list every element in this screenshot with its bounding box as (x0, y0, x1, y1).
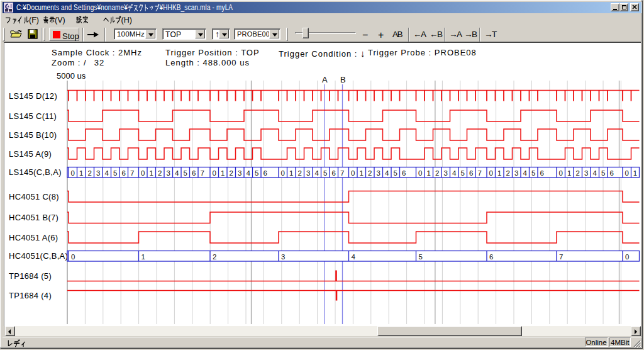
svg-text:5: 5 (184, 169, 187, 177)
svg-text:2: 2 (158, 169, 162, 177)
svg-text:1: 1 (289, 169, 293, 177)
svg-text:2: 2 (435, 169, 439, 177)
svg-text:4: 4 (247, 169, 251, 177)
svg-text:6: 6 (610, 169, 614, 177)
svg-text:4: 4 (593, 169, 597, 177)
svg-text:1: 1 (360, 169, 364, 177)
svg-text:4: 4 (105, 169, 109, 177)
svg-text:5: 5 (461, 169, 465, 177)
svg-text:4: 4 (385, 169, 389, 177)
svg-text:5: 5 (531, 169, 535, 177)
svg-text:3: 3 (514, 169, 518, 177)
svg-text:5: 5 (113, 169, 117, 177)
svg-text:2: 2 (576, 169, 580, 177)
svg-text:1: 1 (427, 169, 431, 177)
svg-text:0: 0 (71, 169, 75, 177)
svg-text:3: 3 (281, 253, 285, 261)
svg-text:4: 4 (315, 169, 319, 177)
svg-text:0: 0 (141, 169, 145, 177)
svg-text:5: 5 (255, 169, 258, 177)
svg-text:3: 3 (96, 169, 100, 177)
svg-text:1: 1 (79, 169, 83, 177)
svg-text:0: 0 (625, 169, 629, 177)
svg-text:2: 2 (88, 169, 92, 177)
svg-text:0: 0 (351, 169, 355, 177)
svg-text:5: 5 (601, 169, 605, 177)
svg-text:5: 5 (419, 253, 423, 261)
svg-text:4: 4 (452, 169, 457, 177)
svg-text:6: 6 (469, 169, 473, 177)
svg-text:1: 1 (142, 253, 145, 261)
svg-text:0: 0 (281, 169, 285, 177)
svg-text:4: 4 (175, 169, 179, 177)
svg-text:7: 7 (478, 169, 482, 177)
svg-text:0: 0 (625, 253, 629, 261)
svg-text:1: 1 (221, 169, 225, 177)
svg-text:6: 6 (192, 169, 196, 177)
svg-text:1: 1 (150, 169, 153, 177)
svg-text:6: 6 (540, 169, 544, 177)
svg-text:2: 2 (213, 253, 216, 261)
svg-text:3: 3 (584, 169, 588, 177)
svg-text:2: 2 (506, 169, 510, 177)
svg-text:1: 1 (633, 169, 637, 177)
svg-text:0: 0 (213, 169, 216, 177)
svg-text:5: 5 (323, 169, 327, 177)
svg-text:0: 0 (489, 169, 493, 177)
svg-text:3: 3 (306, 169, 310, 177)
svg-text:7: 7 (201, 169, 204, 177)
svg-text:1: 1 (567, 169, 571, 177)
svg-text:6: 6 (489, 253, 493, 261)
svg-text:2: 2 (230, 169, 233, 177)
svg-text:2: 2 (298, 169, 302, 177)
svg-text:2: 2 (368, 169, 372, 177)
svg-text:7: 7 (559, 253, 563, 261)
svg-text:0: 0 (559, 169, 563, 177)
svg-text:4: 4 (523, 169, 528, 177)
svg-text:7: 7 (340, 169, 344, 177)
svg-text:6: 6 (402, 169, 406, 177)
svg-text:6: 6 (332, 169, 336, 177)
svg-text:3: 3 (238, 169, 242, 177)
svg-text:3: 3 (167, 169, 170, 177)
svg-text:7: 7 (130, 169, 134, 177)
svg-text:4: 4 (352, 253, 356, 261)
svg-text:0: 0 (418, 169, 422, 177)
svg-text:6: 6 (264, 169, 267, 177)
svg-text:3: 3 (377, 169, 380, 177)
svg-text:3: 3 (444, 169, 448, 177)
svg-text:5: 5 (394, 169, 397, 177)
svg-text:1: 1 (497, 169, 501, 177)
svg-text:0: 0 (71, 253, 75, 261)
svg-text:6: 6 (122, 169, 126, 177)
